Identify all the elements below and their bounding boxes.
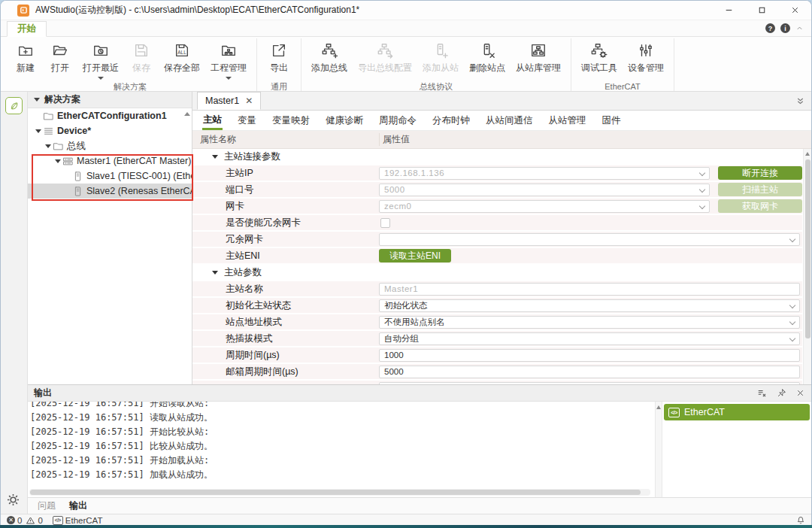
tab-健康诊断[interactable]: 健康诊断 xyxy=(325,111,364,130)
output-source-ethercat[interactable]: </> EtherCAT xyxy=(664,404,810,420)
ribbon-button-add-bus[interactable]: 添加总线 xyxy=(306,38,353,81)
property-textbox[interactable]: 5000 xyxy=(379,366,800,378)
property-value-cell: 5000扫描主站 xyxy=(379,182,802,197)
property-name-cell: 主站ENI xyxy=(192,248,379,263)
property-name-cell: 主站IP xyxy=(192,165,379,181)
property-textbox[interactable] xyxy=(379,382,800,385)
minimize-button[interactable] xyxy=(712,1,745,20)
close-button[interactable] xyxy=(778,1,811,20)
ribbon-button-save-all[interactable]: ALL保存全部 xyxy=(159,38,205,81)
expand-arrow-icon[interactable] xyxy=(44,144,53,148)
leaf-plugin-icon[interactable] xyxy=(5,97,23,114)
ribbon-button-project-manage[interactable]: 工程管理 xyxy=(205,38,252,81)
collapse-ribbon-icon[interactable] xyxy=(795,24,804,32)
tree-item[interactable]: Device* xyxy=(28,123,192,138)
property-combobox[interactable]: 不使用站点别名 xyxy=(379,316,800,329)
action-button[interactable]: 断开连接 xyxy=(718,166,802,180)
warning-count: 0 xyxy=(38,516,42,525)
collapse-arrow-icon[interactable] xyxy=(212,271,218,275)
action-button[interactable]: 扫描主站 xyxy=(718,183,802,196)
tree-item[interactable]: Slave2 (Renesas EtherCAT R... xyxy=(28,184,192,199)
vertical-scrollbar[interactable] xyxy=(655,402,662,497)
property-row: 热插拔模式自动分组 xyxy=(192,331,802,346)
grid-scrollbar[interactable] xyxy=(803,149,811,384)
tree-item[interactable]: 总线 xyxy=(28,138,192,153)
property-row: 网卡zecm0获取网卡 xyxy=(192,199,802,214)
ribbon-button-slave-library[interactable]: 从站库管理 xyxy=(511,38,566,81)
add-bus-icon xyxy=(321,42,338,59)
tab-变量映射[interactable]: 变量映射 xyxy=(271,111,311,130)
property-combobox[interactable]: 192.168.1.136 xyxy=(379,167,710,180)
ribbon-button-export-bus[interactable]: 导出总线配置 xyxy=(353,38,417,81)
statusbar-context[interactable]: </> EtherCAT xyxy=(53,516,103,525)
scrollbar-thumb[interactable] xyxy=(30,490,641,495)
tab-主站[interactable]: 主站 xyxy=(202,110,223,130)
save-all-icon: ALL xyxy=(174,42,190,59)
bottom-tab-问题[interactable]: 问题 xyxy=(31,497,62,514)
ribbon-button-device-manage[interactable]: 设备管理 xyxy=(623,38,669,81)
tab-周期命令[interactable]: 周期命令 xyxy=(378,111,417,130)
action-button[interactable]: 读取主站ENI xyxy=(379,249,451,262)
solution-panel-header[interactable]: 解决方案 xyxy=(28,92,192,108)
ribbon-button-debug-tools[interactable]: 调试工具 xyxy=(576,38,623,81)
close-panel-icon[interactable] xyxy=(795,388,805,398)
ribbon-button-label: 保存 xyxy=(132,62,150,74)
collapse-arrow-icon[interactable] xyxy=(212,155,218,159)
close-tab-icon[interactable]: ✕ xyxy=(245,96,253,106)
tab-start[interactable]: 开始 xyxy=(7,21,47,37)
pin-icon[interactable] xyxy=(777,388,786,398)
bottom-tab-输出[interactable]: 输出 xyxy=(62,497,94,514)
property-combobox[interactable]: 自动分组 xyxy=(379,332,800,345)
property-combobox[interactable]: 5000 xyxy=(379,184,710,196)
main-body: 解决方案 EtherCATConfiguration1Device*总线Mast… xyxy=(1,92,811,514)
tab-从站管理[interactable]: 从站管理 xyxy=(548,111,587,130)
maximize-button[interactable] xyxy=(745,1,778,20)
scroll-up-icon[interactable] xyxy=(184,112,190,116)
scroll-up-icon[interactable] xyxy=(656,405,661,409)
delete-station-icon xyxy=(479,42,495,59)
ribbon-button-delete-station[interactable]: 删除站点 xyxy=(464,38,511,81)
tree-item[interactable]: Master1 (EtherCAT Master) xyxy=(28,153,192,168)
doc-tab-master1[interactable]: Master1 ✕ xyxy=(197,92,261,110)
redundant-nic-checkbox[interactable] xyxy=(380,218,390,228)
project-manage-icon xyxy=(220,42,237,59)
ribbon-button-save[interactable]: 保存 xyxy=(124,38,159,81)
ribbon-button-label: 调试工具 xyxy=(581,62,617,74)
tree-item-label: Slave2 (Renesas EtherCAT R... xyxy=(86,186,192,196)
horizontal-scrollbar[interactable] xyxy=(29,489,650,496)
tab-从站间通信[interactable]: 从站间通信 xyxy=(485,111,534,130)
tab-固件[interactable]: 固件 xyxy=(601,111,622,130)
ribbon-button-new-project[interactable]: 新建 xyxy=(8,38,43,81)
property-combobox[interactable] xyxy=(379,233,800,246)
scrollbar-thumb[interactable] xyxy=(805,159,810,338)
collapse-editor-icon[interactable] xyxy=(795,92,811,110)
action-button[interactable]: 获取网卡 xyxy=(718,199,802,213)
ribbon-button-recent[interactable]: 打开最近 xyxy=(77,38,124,81)
property-textbox[interactable]: Master1 xyxy=(379,283,800,296)
error-counter[interactable]: ✕ 0 xyxy=(7,516,22,525)
tab-分布时钟[interactable]: 分布时钟 xyxy=(432,111,471,130)
expand-arrow-icon[interactable] xyxy=(34,129,43,133)
chevron-down-icon xyxy=(699,186,705,192)
notifications-bell-icon[interactable] xyxy=(796,515,805,525)
property-combobox[interactable]: zecm0 xyxy=(379,200,710,213)
help-icon[interactable]: ? xyxy=(765,23,775,33)
clear-output-icon[interactable] xyxy=(757,388,768,399)
ribbon-button-export[interactable]: 导出 xyxy=(262,38,296,81)
log-line: [2025-12-19 16:57:51] 读取从站成功。 xyxy=(30,411,655,425)
property-textbox[interactable]: 1000 xyxy=(379,349,800,362)
tab-变量[interactable]: 变量 xyxy=(237,111,257,130)
scroll-up-icon[interactable] xyxy=(805,152,810,156)
property-combobox[interactable]: 初始化状态 xyxy=(379,299,800,312)
expand-arrow-icon[interactable] xyxy=(53,159,62,163)
ribbon-button-add-slave[interactable]: 添加从站 xyxy=(417,38,464,81)
warning-counter[interactable]: 0 xyxy=(26,516,42,525)
info-icon[interactable]: i xyxy=(780,23,790,33)
ribbon-group: 新建打开打开最近保存ALL保存全部工程管理解决方案 xyxy=(4,38,257,91)
ribbon-button-open-folder[interactable]: 打开 xyxy=(43,38,77,81)
tree-item[interactable]: EtherCATConfiguration1 xyxy=(28,108,192,123)
activity-strip xyxy=(1,92,28,514)
tree-item[interactable]: Slave1 (TIESC-001) (EtherCA... xyxy=(28,168,192,184)
settings-gear-icon[interactable] xyxy=(6,493,20,507)
output-log-area[interactable]: [2025-12-19 16:57:51] 开始读取从站:[2025-12-19… xyxy=(28,402,655,497)
